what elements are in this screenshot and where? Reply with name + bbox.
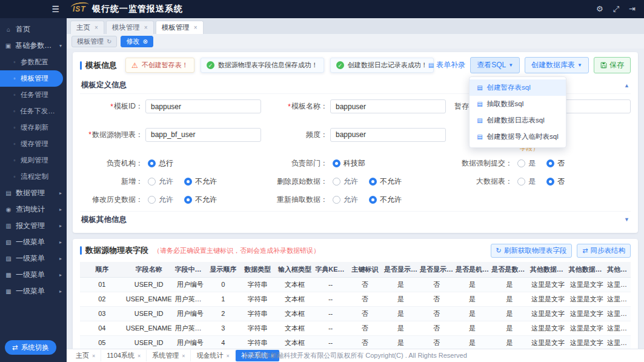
sql-menu-item[interactable]: ▤ 创建暂存表sql xyxy=(470,79,566,96)
expand-icon[interactable]: ▼ xyxy=(624,216,629,223)
close-icon[interactable]: × xyxy=(95,24,98,31)
sidebar-item-level1-menu-1[interactable]: ▧ 一级菜单 ▸ xyxy=(0,234,67,250)
column-header[interactable]: 字段名称 xyxy=(124,262,174,278)
refresh-fields-button[interactable]: ↻ 刷新获取物理表字段 xyxy=(491,244,573,258)
chip-edit[interactable]: 修改 ⊗ xyxy=(121,36,153,47)
column-header[interactable]: 其他数据名称 xyxy=(606,262,631,278)
sidebar-item-level1-menu-2[interactable]: ▨ 一级菜单 ▸ xyxy=(0,250,67,267)
radio-option[interactable]: 不允许 xyxy=(369,195,402,205)
sidebar-item-message-management[interactable]: ▥ 报文管理 ▸ xyxy=(0,218,67,234)
view-sql-button[interactable]: 查看SQL ▼ xyxy=(470,57,520,73)
sidebar-item-basic-params[interactable]: ▣ 基础参数配置 ▾ xyxy=(0,38,67,54)
chip-icon[interactable]: ↻ xyxy=(107,38,111,45)
cell-dict-key: -- xyxy=(314,292,347,306)
close-icon[interactable]: × xyxy=(182,353,185,359)
sidebar-item-data-management[interactable]: ▤ 数据管理 ▸ xyxy=(0,185,67,201)
sidebar-item-cache-management[interactable]: ▫ 缓存管理 xyxy=(0,136,67,152)
close-icon[interactable]: × xyxy=(144,24,148,31)
chip-template-management[interactable]: 模板管理 ↻ xyxy=(71,36,117,47)
radio-option[interactable]: 允许 xyxy=(333,176,358,187)
chevron-down-icon: ▼ xyxy=(577,62,582,68)
field-input[interactable] xyxy=(145,128,261,142)
sync-structure-button[interactable]: ⇄ 同步表结构 xyxy=(577,244,631,258)
sidebar-item-task-dispatch[interactable]: ▫ 任务下发情况 xyxy=(0,103,67,119)
tab-template-management[interactable]: 模板管理 × xyxy=(156,21,204,34)
sql-menu-item[interactable]: ▤ 创建数据日志表sql xyxy=(470,112,566,129)
radio-option[interactable]: 是 xyxy=(517,176,536,187)
sidebar-item-param-config[interactable]: ▫ 参数配置 xyxy=(0,54,67,70)
column-header[interactable]: 输入框类型 xyxy=(276,262,314,278)
tab-module-management[interactable]: 模块管理 × xyxy=(106,21,154,34)
radio-option[interactable]: 总行 xyxy=(148,158,173,169)
radio-option[interactable]: 允许 xyxy=(148,195,173,205)
column-header[interactable]: 是否显示在... xyxy=(383,262,419,278)
sidebar-item-process-custom[interactable]: ▫ 流程定制 xyxy=(0,169,67,185)
radio-option[interactable]: 否 xyxy=(546,176,565,187)
collapse-icon[interactable]: ▲ xyxy=(624,82,629,89)
column-header[interactable]: 数据类型 xyxy=(240,262,276,278)
close-icon[interactable]: × xyxy=(138,353,141,359)
sidebar-item-query-stats[interactable]: ◉ 查询统计 ▸ xyxy=(0,201,67,218)
bottom-tab-system-management[interactable]: 系统管理 × xyxy=(147,350,191,361)
system-switch-button[interactable]: ⇄ 系统切换 xyxy=(5,340,56,355)
column-header[interactable]: 顺序 xyxy=(80,262,124,278)
column-header[interactable]: 是否是机构... xyxy=(454,262,490,278)
column-header[interactable]: 是否显示在... xyxy=(419,262,454,278)
cell-order: 04 xyxy=(80,321,124,335)
close-icon[interactable]: × xyxy=(92,353,95,359)
create-db-table-button[interactable]: 创建数据库表 ▼ xyxy=(525,57,589,73)
sql-menu-item[interactable]: ▤ 抽取数据sql xyxy=(470,96,566,112)
radio-group: 是 否 xyxy=(517,176,565,187)
save-button[interactable]: 保存 xyxy=(594,57,631,73)
radio-group: 允许 不允许 xyxy=(333,176,402,187)
close-icon[interactable]: × xyxy=(226,353,229,359)
form-backfill-button[interactable]: ▤ 表单补录 xyxy=(428,60,465,70)
table-row[interactable]: 04 USER_ENAME 用户英文名 3 字符串 文本框 -- 否 是 否 xyxy=(80,321,631,335)
radio-option[interactable]: 不允许 xyxy=(184,176,217,187)
sidebar-item-template-management[interactable]: ▫ 模板管理 xyxy=(0,70,63,87)
radio-icon xyxy=(184,178,192,186)
radio-option[interactable]: 否 xyxy=(546,158,565,169)
radio-option[interactable]: 是 xyxy=(517,158,536,169)
radio-label: 不允许 xyxy=(380,195,402,205)
cell-show-1: 是 xyxy=(383,335,419,349)
sidebar-item-level1-menu-4[interactable]: ▦ 一级菜单 ▸ xyxy=(0,283,67,300)
sql-menu-item[interactable]: ▤ 创建数据导入临时表sql xyxy=(470,129,566,145)
menu-item-icon: ▦ xyxy=(5,288,12,295)
column-header[interactable]: 其他数据名称 xyxy=(567,262,606,278)
chip-icon[interactable]: ⊗ xyxy=(142,38,147,45)
bottom-tab-cash-stats[interactable]: 现金统计 × xyxy=(191,350,235,361)
table-row[interactable]: 02 USER_ENAME 用户英文名 1 字符串 文本框 -- 否 是 否 xyxy=(80,292,631,306)
field-input[interactable] xyxy=(145,99,261,113)
table-row[interactable]: 05 USER_ID 用户编号 4 字符串 文本框 -- 否 是 否 xyxy=(80,335,631,349)
gear-icon[interactable]: ⚙ xyxy=(596,4,603,14)
sidebar-item-cache-refresh[interactable]: ▫ 缓存刷新 xyxy=(0,119,67,136)
field-input[interactable] xyxy=(330,128,446,142)
table-row[interactable]: 03 USER_ID 用户编号 2 字符串 文本框 -- 否 是 否 xyxy=(80,306,631,321)
column-header[interactable]: 主键标识 xyxy=(347,262,383,278)
radio-option[interactable]: 不允许 xyxy=(369,176,402,187)
close-icon[interactable]: × xyxy=(194,24,198,31)
menu-icon[interactable]: ☰ xyxy=(51,4,59,14)
radio-option[interactable]: 允许 xyxy=(333,195,358,205)
logout-icon[interactable]: ⇥ xyxy=(629,4,636,14)
radio-option[interactable]: 不允许 xyxy=(184,195,217,205)
field-input[interactable] xyxy=(330,99,446,113)
bottom-tab-1104-system[interactable]: 1104系统 × xyxy=(101,350,147,361)
fullscreen-icon[interactable]: ⤢ xyxy=(613,4,619,14)
table-row[interactable]: 01 USER_ID 用户编号 0 字符串 文本框 -- 否 是 否 xyxy=(80,277,631,292)
column-header[interactable]: 字典KEY/日... xyxy=(314,262,347,278)
column-header[interactable]: 显示顺序 xyxy=(207,262,240,278)
radio-option[interactable]: 科技部 xyxy=(333,158,365,169)
column-header[interactable]: 是否是数据... xyxy=(490,262,529,278)
sidebar-item-home[interactable]: ⌂ 首页 xyxy=(0,21,67,38)
sidebar-item-task-management[interactable]: ▫ 任务管理 xyxy=(0,87,67,103)
bottom-tab-home[interactable]: 主页 × xyxy=(70,350,101,361)
sidebar-item-level1-menu-3[interactable]: ▩ 一级菜单 ▸ xyxy=(0,267,67,283)
toast-text: 数据源物理表字段信息保存成功！ xyxy=(218,61,318,70)
radio-option[interactable]: 允许 xyxy=(148,176,173,187)
sidebar-item-rule-management[interactable]: ▫ 规则管理 xyxy=(0,152,67,169)
tab-home[interactable]: 主页 × xyxy=(70,21,104,34)
column-header[interactable]: 其他数据名称 xyxy=(529,262,568,278)
column-header[interactable]: 字段中文名称 xyxy=(174,262,207,278)
